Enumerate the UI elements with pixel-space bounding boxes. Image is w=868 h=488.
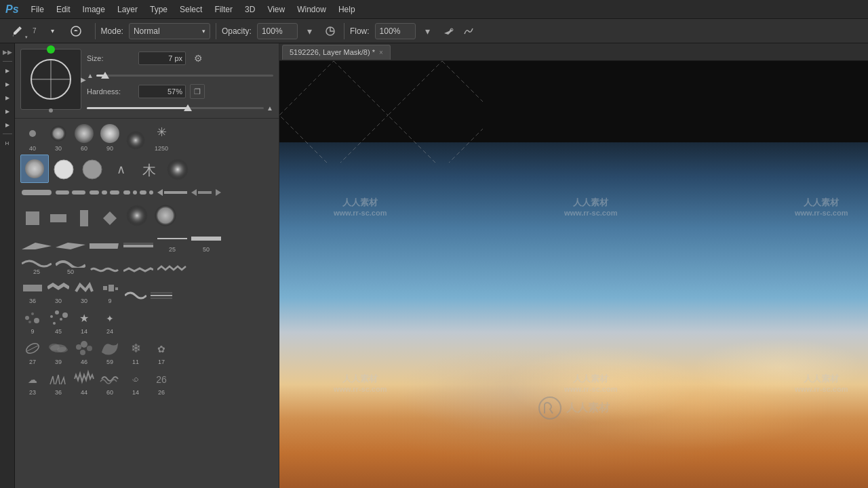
menu-image[interactable]: Image <box>77 3 111 16</box>
hardness-slider[interactable] <box>87 103 264 113</box>
brush-item-white-circle[interactable] <box>50 156 77 183</box>
brush-item-sq1[interactable] <box>20 207 45 229</box>
hardness-input[interactable] <box>138 85 186 98</box>
size-input[interactable] <box>138 52 186 65</box>
left-tool-6[interactable]: H <box>1 137 14 149</box>
brush-item-gray-circle[interactable] <box>79 156 106 183</box>
airbrush-btn[interactable] <box>440 23 456 39</box>
brush-item-tex3[interactable]: 44 <box>72 368 96 397</box>
menu-type[interactable]: Type <box>144 3 173 16</box>
brush-item-leaf6[interactable]: ✿ 17 <box>149 338 174 367</box>
canvas-tab[interactable]: 5192226, Layer Mask/8) * × <box>282 45 391 60</box>
menu-window[interactable]: Window <box>292 3 332 16</box>
brush-item-tex1[interactable]: ☁ 23 <box>20 368 45 397</box>
brush-svg-leaf2 <box>47 339 69 358</box>
brush-item-sq2[interactable] <box>46 207 71 229</box>
expand-panel-btn[interactable]: ▶▶ <box>1 46 14 58</box>
svg-rect-24 <box>140 190 146 195</box>
menu-file[interactable]: File <box>26 3 50 16</box>
brush-item-leaf5[interactable]: ❄ 11 <box>123 338 148 367</box>
opacity-value-box[interactable]: 100% <box>257 23 298 39</box>
brush-item-wave1[interactable]: 25 <box>20 256 53 277</box>
brush-item-angled4[interactable] <box>122 238 155 254</box>
brush-item-sq3[interactable] <box>72 207 96 229</box>
brush-item-wave5[interactable] <box>156 263 189 277</box>
brush-item-tex2[interactable]: 36 <box>46 368 71 397</box>
hardness-slider-thumb[interactable] <box>184 104 192 111</box>
brush-item-splt3[interactable]: ★ 14 <box>72 307 96 336</box>
brush-item-line6[interactable] <box>190 184 222 201</box>
brush-item-line2[interactable] <box>54 184 87 201</box>
left-tool-2[interactable]: ▶ <box>1 78 14 90</box>
brush-item-stroke1[interactable]: 30 <box>46 278 71 306</box>
brush-thumb-sft1 <box>125 203 149 228</box>
brush-item-grass[interactable]: 木 <box>136 156 163 183</box>
brush-item-dot-40[interactable]: 40 <box>20 121 45 153</box>
brush-item-splt1[interactable]: 9 <box>20 307 45 336</box>
brush-item-stroke5[interactable] <box>149 285 174 306</box>
brush-item-wave4[interactable] <box>122 263 155 277</box>
rr-logo-icon <box>538 396 562 420</box>
brush-item-soft[interactable] <box>123 128 148 153</box>
brush-settings-toggle[interactable]: ▾ <box>43 22 62 41</box>
left-tool-1[interactable]: ▶ <box>1 64 14 77</box>
brush-item-leaf4[interactable]: 59 <box>98 338 122 367</box>
left-tool-3[interactable]: ▶ <box>1 92 14 104</box>
brush-item-stroke4[interactable] <box>123 285 148 306</box>
brush-item-angled2[interactable] <box>54 238 87 254</box>
copy-brush-btn[interactable]: ❐ <box>190 84 205 99</box>
brush-item-selected[interactable] <box>20 155 49 183</box>
mode-dropdown[interactable]: Normal ▾ <box>129 23 210 39</box>
menu-3d[interactable]: 3D <box>239 3 260 16</box>
brush-item-large-soft[interactable] <box>164 156 191 183</box>
brush-item-wave3[interactable] <box>88 263 121 277</box>
menu-edit[interactable]: Edit <box>51 3 76 16</box>
brush-item-sz50[interactable]: 50 <box>190 230 222 254</box>
brush-item-angled3[interactable] <box>88 238 121 254</box>
brush-item-leaf1[interactable]: 27 <box>20 338 45 367</box>
brush-item-angled1[interactable] <box>20 238 53 254</box>
brush-item-sq4[interactable] <box>98 207 122 229</box>
brush-item-splt4[interactable]: ✦ 24 <box>98 307 122 336</box>
brush-item-1250[interactable]: ✳ 1250 <box>149 121 174 153</box>
smoothing-btn[interactable] <box>460 23 477 39</box>
brush-item-splt2[interactable]: 45 <box>46 307 71 336</box>
brush-item-calligraphy[interactable]: ∧ <box>107 156 134 183</box>
menu-layer[interactable]: Layer <box>112 3 143 16</box>
brush-item-soft1[interactable] <box>123 202 151 229</box>
brush-settings-btn[interactable]: ⚙ <box>190 50 206 66</box>
size-slider[interactable] <box>96 70 273 80</box>
brush-item-tex5[interactable]: ꩜ 14 <box>123 368 148 397</box>
brush-item-stroke2[interactable]: 30 <box>72 278 96 306</box>
brush-item-sz25[interactable]: 25 <box>156 230 189 254</box>
left-tool-5[interactable]: ▶ <box>1 119 14 131</box>
brush-item-wave2[interactable]: 50 <box>54 256 87 277</box>
brush-item-leaf2[interactable]: 39 <box>46 338 71 367</box>
menu-view[interactable]: View <box>262 3 290 16</box>
brush-item-line4[interactable] <box>122 184 155 201</box>
brush-item-sq5[interactable]: 36 <box>20 278 45 306</box>
brush-item-30[interactable]: 30 <box>46 121 71 153</box>
brush-item-90[interactable]: 90 <box>98 121 122 153</box>
brush-item-60[interactable]: 60 <box>72 121 96 153</box>
flow-toggle-btn[interactable]: ▾ <box>420 23 436 39</box>
brush-item-line5[interactable] <box>156 184 189 201</box>
tab-close-btn[interactable]: × <box>379 49 383 56</box>
brush-item-line1[interactable] <box>20 184 53 201</box>
opacity-toggle-btn[interactable]: ▾ <box>302 23 318 39</box>
brush-item-soft2[interactable] <box>152 202 179 229</box>
size-slider-thumb[interactable] <box>101 72 109 79</box>
menu-select[interactable]: Select <box>174 3 208 16</box>
always-use-pressure-btn[interactable] <box>322 23 338 39</box>
flow-value-box[interactable]: 100% <box>375 23 416 39</box>
brush-preset-picker[interactable] <box>66 22 85 41</box>
left-tool-4[interactable]: ▶ <box>1 105 14 117</box>
brush-item-stroke3[interactable]: 9 <box>98 278 122 306</box>
menu-help[interactable]: Help <box>333 3 361 16</box>
brush-item-leaf3[interactable]: 46 <box>72 338 96 367</box>
brush-item-tex4[interactable]: 60 <box>98 368 122 397</box>
menu-filter[interactable]: Filter <box>209 3 238 16</box>
brush-item-line3[interactable] <box>88 184 121 201</box>
brush-item-tex6[interactable]: 26 26 <box>149 368 174 397</box>
brush-tool-button[interactable]: ▾ <box>5 22 28 41</box>
